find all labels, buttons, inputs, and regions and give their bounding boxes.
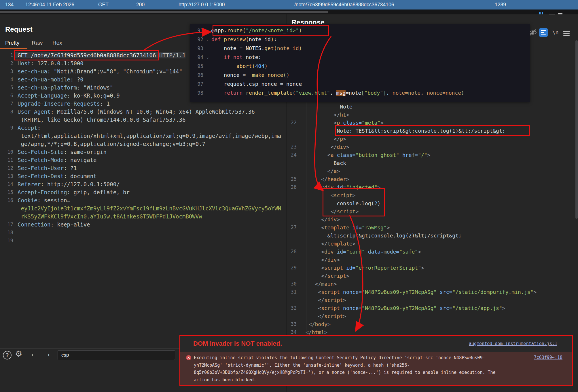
code-text: eyJ1c2VyIjoie3t1cmxfZm9yLl9fZ2xvYmFsc19f… xyxy=(15,205,281,212)
code-line[interactable]: 25 </header> xyxy=(287,175,578,183)
code-text: console.log(2) xyxy=(297,200,380,206)
line-number: 27 xyxy=(287,224,297,230)
code-line[interactable]: 95 abort(404) xyxy=(190,62,530,71)
code-line[interactable]: ge/apng,*/*;q=0.8,application/signed-exc… xyxy=(0,140,287,148)
code-line[interactable]: 33 </body> xyxy=(287,320,578,328)
code-line[interactable]: 28 <div id="card" data-mode="safe"> xyxy=(287,248,578,256)
tab-raw[interactable]: Raw xyxy=(32,40,43,46)
scrollbar-thumb[interactable] xyxy=(0,11,328,13)
code-line[interactable]: Note xyxy=(287,102,578,111)
tab-pretty[interactable]: Pretty xyxy=(5,40,20,46)
response-scrollbar[interactable] xyxy=(575,40,578,219)
line-number: 6 xyxy=(0,93,15,98)
csp-error-entry[interactable]: ✕ Executing inline script violates the f… xyxy=(180,352,572,385)
code-line[interactable]: 9Accept: xyxy=(0,124,287,132)
next-match-icon[interactable]: → xyxy=(43,349,51,358)
code-line[interactable]: 23 </div> xyxy=(287,143,578,151)
code-line[interactable]: </h1> xyxy=(287,111,578,119)
search-input[interactable] xyxy=(58,350,175,360)
code-line[interactable]: 11Sec-Fetch-Mode: navigate xyxy=(0,156,287,164)
code-line[interactable]: 18 xyxy=(0,229,287,237)
editor-menu-icon[interactable] xyxy=(563,30,570,37)
code-line[interactable]: <script> xyxy=(287,191,578,199)
horizontal-scrollbar[interactable] xyxy=(0,9,578,14)
code-text: Accept-Language: ko-KR,ko;q=0.9 xyxy=(15,92,120,99)
code-line[interactable]: 22 <p class="meta"> xyxy=(287,119,578,127)
code-line[interactable]: </script> xyxy=(287,312,578,320)
code-text: <div id="injected"> xyxy=(297,184,380,190)
code-line[interactable]: 30 </main> xyxy=(287,280,578,288)
code-text: </main> xyxy=(297,281,337,287)
code-line[interactable]: </template> xyxy=(287,239,578,248)
code-line[interactable]: 31 <script nonce="N48PSwBus09-yhT2McpASg… xyxy=(287,288,578,296)
code-text: Note xyxy=(297,104,353,110)
code-line[interactable]: 13Sec-Fetch-Dest: document xyxy=(0,172,287,180)
code-text: ge/apng,*/*;q=0.8,application/signed-exc… xyxy=(15,141,205,147)
code-text: </a> xyxy=(297,168,340,174)
line-number: 16 xyxy=(0,197,15,203)
code-line[interactable]: 24 <a class="button ghost" href="/"> xyxy=(287,151,578,159)
line-number: 19 xyxy=(0,238,15,243)
code-line[interactable]: 96 nonce = _make_nonce() xyxy=(190,71,530,79)
csp-error-message: Executing inline script violates the fol… xyxy=(194,354,499,384)
code-line[interactable]: </script> xyxy=(287,207,578,215)
error-source-link[interactable]: 7c63f99⋯:18 xyxy=(534,355,562,360)
proxy-history-row[interactable]: 134 12:46:04 11 Feb 2026 GET 200 http://… xyxy=(0,0,578,9)
code-line[interactable]: Note: TEST1&lt;script&gt;console.log(1)&… xyxy=(287,127,578,135)
code-text: </div> xyxy=(297,257,340,263)
code-line[interactable]: 16Cookie: session= xyxy=(0,196,287,204)
code-line[interactable]: Back xyxy=(287,159,578,167)
tab-hex[interactable]: Hex xyxy=(52,40,62,46)
code-line[interactable]: 8User-Agent: Mozilla/5.0 (Windows NT 10.… xyxy=(0,108,287,116)
pretty-print-toggle-icon[interactable] xyxy=(539,28,548,37)
code-line[interactable]: 10Sec-Fetch-Site: same-origin xyxy=(0,148,287,156)
code-line[interactable]: (KHTML, like Gecko) Chrome/144.0.0.0 Saf… xyxy=(0,116,287,124)
code-text: GET /note/7c63f99d559c46b0a8888dcc367341… xyxy=(15,52,185,58)
code-line[interactable]: 12Sec-Fetch-User: ?1 xyxy=(0,164,287,172)
code-line[interactable]: 32 <script nonce="N48PSwBus09-yhT2McpASg… xyxy=(287,304,578,312)
code-line[interactable]: 27 <template id="rawMsg"> xyxy=(287,223,578,231)
line-number: 31 xyxy=(287,289,297,295)
code-line[interactable]: </div> xyxy=(287,256,578,264)
code-line[interactable]: &lt;script&gt;console.log(2)&lt;/script&… xyxy=(287,231,578,239)
code-line[interactable]: 26 <div id="injected"> xyxy=(287,183,578,191)
code-text: def preview(note_id): xyxy=(211,36,277,42)
prev-match-icon[interactable]: ← xyxy=(30,349,38,358)
code-line[interactable]: 92⌄def preview(note_id): xyxy=(190,35,530,44)
gear-icon[interactable]: ⚙ xyxy=(15,349,22,359)
code-text: note = NOTES.get(note_id) xyxy=(211,45,302,51)
newline-toggle-icon[interactable]: \n xyxy=(552,29,559,35)
code-line[interactable]: 29 <script id="errorReporterScript"> xyxy=(287,264,578,272)
fold-chevron-icon[interactable]: ⌄ xyxy=(204,55,211,59)
code-line[interactable]: 91@app.route("/note/<note_id>") xyxy=(190,26,530,35)
line-number: 1 xyxy=(0,52,15,58)
gutter-divider xyxy=(300,102,300,350)
code-line[interactable]: 15Accept-Encoding: gzip, deflate, br xyxy=(0,188,287,196)
code-line[interactable]: 94⌄ if not note: xyxy=(190,53,530,62)
code-line[interactable]: rKS5yZWFkKCl9fVxcIn0.aYIu5w.t8AinkesGT5W… xyxy=(0,212,287,220)
code-line[interactable]: 14Referer: http://127.0.0.1:5000/ xyxy=(0,180,287,188)
code-line[interactable]: </p> xyxy=(287,135,578,143)
flask-source-editor[interactable]: 91@app.route("/note/<note_id>")92⌄def pr… xyxy=(190,26,530,97)
code-line[interactable]: text/html,application/xhtml+xml,applicat… xyxy=(0,132,287,140)
line-number: 13 xyxy=(0,173,15,179)
instrumentation-source-link[interactable]: augmented-dom-instrumentation.js:1 xyxy=(469,341,557,346)
code-line[interactable]: 98 return render_template("view.html", m… xyxy=(190,88,530,97)
code-line[interactable]: </script> xyxy=(287,272,578,280)
fold-chevron-icon[interactable]: ⌄ xyxy=(204,37,211,41)
code-line[interactable]: console.log(2) xyxy=(287,199,578,207)
code-line[interactable]: 17Connection: keep-alive xyxy=(0,220,287,229)
code-line[interactable]: eyJ1c2VyIjoie3t1cmxfZm9yLl9fZ2xvYmFsc19f… xyxy=(0,204,287,212)
help-icon[interactable]: ? xyxy=(3,351,12,359)
code-line[interactable]: 97 request.csp_nonce = nonce xyxy=(190,79,530,88)
code-line[interactable]: 19 xyxy=(0,237,287,245)
burp-devtools-screenshot: { "topbar": { "cells": ["134", "12:46:04… xyxy=(0,0,578,392)
code-line[interactable]: </div> xyxy=(287,215,578,223)
code-line[interactable]: </a> xyxy=(287,167,578,175)
history-id: 134 xyxy=(5,2,14,8)
response-editor[interactable]: Note </h1>22 <p class="meta"> Note: TEST… xyxy=(287,102,578,336)
code-line[interactable]: 93 note = NOTES.get(note_id) xyxy=(190,44,530,53)
code-line[interactable]: </script> xyxy=(287,296,578,304)
eye-off-icon[interactable] xyxy=(529,29,537,36)
code-text: </script> xyxy=(297,313,346,319)
